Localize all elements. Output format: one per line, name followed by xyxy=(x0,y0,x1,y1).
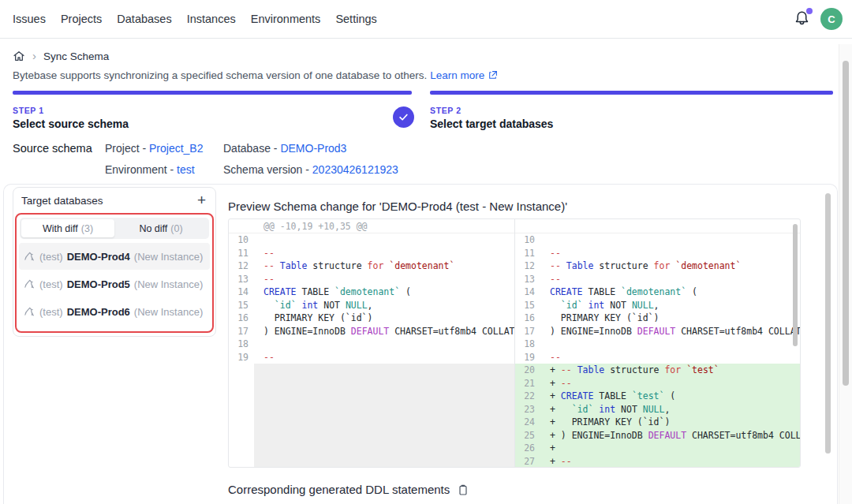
diff-line: 25+ ) ENGINE=InnoDB DEFAULT CHARSET=utf8… xyxy=(515,429,800,442)
diff-line xyxy=(229,416,514,429)
mysql-icon xyxy=(24,306,36,318)
diff-pane-modified: 1011--12-- Table structure for `demotena… xyxy=(514,219,800,467)
diff-line xyxy=(229,390,514,403)
learn-more-link[interactable]: Learn more xyxy=(430,69,484,81)
source-database-field: Database - DEMO-Prod3 xyxy=(223,142,346,155)
page-scrollbar[interactable] xyxy=(843,61,849,386)
environment-link[interactable]: test xyxy=(177,163,195,176)
diff-line: 11-- xyxy=(515,247,800,260)
breadcrumb-page[interactable]: Sync Schema xyxy=(43,50,109,62)
diff-line: 11-- xyxy=(229,247,514,260)
intro-text: Bytebase supports synchronizing a specif… xyxy=(13,69,427,81)
target-db-row[interactable]: (test)DEMO-Prod4(New Instance) xyxy=(19,243,210,270)
tab-count: (0) xyxy=(170,223,182,234)
diff-pane-original: @@ -10,19 +10,35 @@1011--12-- Table stru… xyxy=(229,219,514,467)
target-db-list: (test)DEMO-Prod4(New Instance)(test)DEMO… xyxy=(17,241,212,327)
nav-item-projects[interactable]: Projects xyxy=(61,13,102,25)
step-2[interactable]: STEP 2 Select target databases xyxy=(430,106,553,130)
source-environment-field: Environment - test xyxy=(105,163,195,176)
source-version-field: Schema version - 20230426121923 xyxy=(223,163,398,176)
diff-line: 12-- Table structure for `demotenant` xyxy=(229,259,514,273)
diff-line: 14CREATE TABLE `demotenant` ( xyxy=(229,286,514,299)
tab-count: (3) xyxy=(81,223,93,234)
db-instance-note: (New Instance) xyxy=(134,278,203,290)
step1-title: Select source schema xyxy=(13,118,129,130)
schema-diff-editor: @@ -10,19 +10,35 @@1011--12-- Table stru… xyxy=(228,218,801,468)
diff-line: 10 xyxy=(515,233,800,247)
nav-item-issues[interactable]: Issues xyxy=(13,13,46,25)
breadcrumb: › Sync Schema xyxy=(13,50,109,62)
diff-scrollbar[interactable] xyxy=(793,224,798,346)
step-1[interactable]: STEP 1 Select source schema xyxy=(13,106,129,130)
step2-label: STEP 2 xyxy=(430,106,553,115)
project-link[interactable]: Project_B2 xyxy=(149,142,203,155)
db-name: DEMO-Prod5 xyxy=(67,278,130,290)
diff-line: 19-- xyxy=(229,351,514,364)
diff-line xyxy=(229,364,514,377)
db-environment: (test) xyxy=(39,251,63,263)
tab-no-diff[interactable]: No diff(0) xyxy=(114,219,207,237)
diff-line: 16 PRIMARY KEY (`id`) xyxy=(229,312,514,325)
notifications-button[interactable] xyxy=(794,10,811,28)
diff-hunk-header xyxy=(515,219,800,233)
diff-line: 26+ xyxy=(515,442,800,455)
tab-with-diff[interactable]: With diff(3) xyxy=(21,219,114,237)
copy-icon[interactable] xyxy=(457,483,469,496)
mysql-icon xyxy=(24,278,36,290)
panel-scrollbar[interactable] xyxy=(825,193,831,454)
source-schema-label: Source schema xyxy=(13,142,92,155)
nav-item-instances[interactable]: Instances xyxy=(187,13,236,25)
diff-line: 16 PRIMARY KEY (`id`) xyxy=(515,312,800,325)
diff-line: 18 xyxy=(515,338,800,351)
diff-line: 20+ -- Table structure for `test` xyxy=(515,364,800,377)
external-link-icon[interactable] xyxy=(488,70,498,80)
sync-schema-page: IssuesProjectsDatabasesInstancesEnvironm… xyxy=(0,0,852,504)
db-instance-note: (New Instance) xyxy=(134,306,203,318)
db-name: DEMO-Prod6 xyxy=(67,306,130,318)
target-db-row[interactable]: (test)DEMO-Prod6(New Instance) xyxy=(19,298,210,325)
mysql-icon xyxy=(24,251,36,263)
diff-line: 15 `id` int NOT NULL, xyxy=(515,299,800,312)
schema-version-link[interactable]: 20230426121923 xyxy=(312,163,398,176)
db-environment: (test) xyxy=(39,278,63,290)
home-icon[interactable] xyxy=(13,50,25,62)
diff-line: 13-- xyxy=(515,273,800,286)
primary-nav: IssuesProjectsDatabasesInstancesEnvironm… xyxy=(0,13,377,25)
ddl-section-header: Corresponding generated DDL statements xyxy=(228,483,469,496)
target-databases-title: Target databases xyxy=(21,195,103,207)
target-db-row[interactable]: (test)DEMO-Prod5(New Instance) xyxy=(19,271,210,297)
preview-title: Preview Schema change for 'DEMO-Prod4 (t… xyxy=(228,200,567,213)
diff-line: 13-- xyxy=(229,273,514,286)
ddl-title: Corresponding generated DDL statements xyxy=(228,483,450,496)
nav-item-databases[interactable]: Databases xyxy=(117,13,171,25)
diff-line xyxy=(229,429,514,442)
diff-line xyxy=(229,403,514,416)
diff-line: 17) ENGINE=InnoDB DEFAULT CHARSET=utf8mb… xyxy=(515,325,800,338)
database-link[interactable]: DEMO-Prod3 xyxy=(280,142,346,155)
db-environment: (test) xyxy=(39,306,63,318)
nav-right: C xyxy=(794,0,843,38)
db-name: DEMO-Prod4 xyxy=(67,251,130,263)
diff-line: 12-- Table structure for `demotenant` xyxy=(515,259,800,273)
notification-dot xyxy=(806,8,813,14)
diff-hunk-header: @@ -10,19 +10,35 @@ xyxy=(229,219,514,233)
intro-line: Bytebase supports synchronizing a specif… xyxy=(13,69,498,81)
diff-line: 14CREATE TABLE `demotenant` ( xyxy=(515,286,800,299)
diff-line: 22+ CREATE TABLE `test` ( xyxy=(515,390,800,403)
top-navbar: IssuesProjectsDatabasesInstancesEnvironm… xyxy=(0,0,852,39)
diff-line xyxy=(229,455,514,468)
diff-line: 23+ `id` int NOT NULL, xyxy=(515,403,800,416)
step1-label: STEP 1 xyxy=(13,106,129,115)
db-instance-note: (New Instance) xyxy=(134,251,203,263)
field-name: Project - xyxy=(105,142,149,155)
step2-title: Select target databases xyxy=(430,118,553,130)
nav-item-environments[interactable]: Environments xyxy=(251,13,321,25)
breadcrumb-chevron-icon: › xyxy=(32,50,36,62)
step1-progress-bar xyxy=(13,91,412,95)
diff-line: 15 `id` int NOT NULL, xyxy=(229,299,514,312)
diff-line: 10 xyxy=(229,233,514,247)
nav-item-settings[interactable]: Settings xyxy=(335,13,376,25)
field-name: Environment - xyxy=(105,163,177,176)
avatar[interactable]: C xyxy=(820,8,843,30)
add-target-database-button[interactable]: + xyxy=(196,194,207,207)
